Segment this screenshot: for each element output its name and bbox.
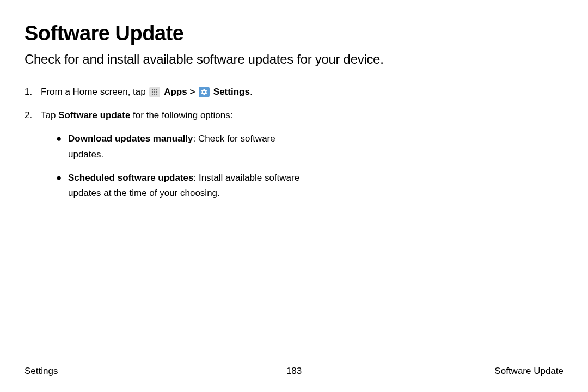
svg-point-3 — [152, 91, 153, 92]
step-2: 2. Tap Software update for the following… — [24, 108, 308, 209]
step-text: Tap — [41, 110, 58, 120]
footer-left: Settings — [24, 366, 58, 377]
bullet-body: Scheduled software updates: Install avai… — [68, 170, 308, 202]
page-footer: Settings 183 Software Update — [24, 366, 564, 377]
svg-point-8 — [156, 93, 157, 94]
footer-page-number: 183 — [286, 366, 302, 377]
step-end: . — [250, 87, 253, 97]
settings-icon — [199, 87, 210, 97]
bullet-body: Download updates manually: Check for sof… — [68, 131, 308, 163]
list-item: ● Scheduled software updates: Install av… — [56, 170, 308, 202]
arrow-separator: > — [189, 87, 198, 97]
svg-point-6 — [152, 93, 153, 94]
svg-point-5 — [156, 91, 157, 92]
page-subtitle: Check for and install available software… — [24, 52, 564, 67]
step-body: From a Home screen, tap Apps > — [41, 84, 308, 100]
step-number: 2. — [24, 108, 41, 209]
bullet-dot: ● — [56, 170, 68, 202]
step-bold: Software update — [58, 110, 130, 120]
step-text: From a Home screen, tap — [41, 87, 148, 97]
svg-point-1 — [154, 89, 155, 90]
footer-right: Software Update — [494, 366, 564, 377]
svg-point-4 — [154, 91, 155, 92]
apps-icon — [149, 87, 160, 97]
step-body: Tap Software update for the following op… — [41, 108, 308, 209]
svg-point-2 — [156, 89, 157, 90]
list-item: ● Download updates manually: Check for s… — [56, 131, 308, 163]
svg-point-0 — [152, 89, 153, 90]
svg-point-7 — [154, 93, 155, 94]
step-tail: for the following options: — [130, 110, 232, 120]
bullet-bold: Download updates manually — [68, 133, 193, 144]
step-1: 1. From a Home screen, tap Apps > — [24, 84, 308, 100]
bullet-dot: ● — [56, 131, 68, 163]
bullet-list: ● Download updates manually: Check for s… — [56, 131, 308, 202]
settings-label: Settings — [213, 87, 250, 97]
step-number: 1. — [24, 84, 41, 100]
page-title: Software Update — [24, 22, 564, 45]
steps-list: 1. From a Home screen, tap Apps > — [24, 84, 308, 209]
apps-label: Apps — [164, 87, 187, 97]
bullet-bold: Scheduled software updates — [68, 173, 194, 183]
